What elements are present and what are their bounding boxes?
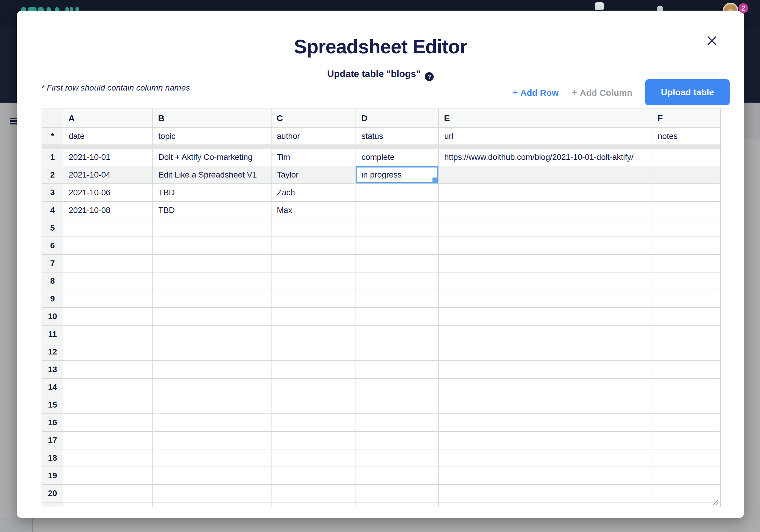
column-header-A[interactable]: A xyxy=(63,109,153,128)
row-header-5[interactable]: 5 xyxy=(42,219,63,237)
column-header-B[interactable]: B xyxy=(153,109,271,128)
cell-E15[interactable] xyxy=(439,396,652,414)
column-header-E[interactable]: E xyxy=(439,109,652,128)
cell-D8[interactable] xyxy=(356,272,439,290)
cell-B19[interactable] xyxy=(153,467,271,485)
row-header-16[interactable]: 16 xyxy=(42,414,63,432)
cell-A15[interactable] xyxy=(63,396,153,414)
row-header-19[interactable]: 19 xyxy=(42,467,63,485)
cell-C8[interactable] xyxy=(271,272,356,290)
cell-D12[interactable] xyxy=(356,343,439,361)
cell-C6[interactable] xyxy=(271,237,356,255)
cell-B7[interactable] xyxy=(153,255,271,272)
header-cell-notes[interactable]: notes xyxy=(652,128,720,145)
cell-E17[interactable] xyxy=(439,432,652,450)
cell-A5[interactable] xyxy=(63,219,153,237)
cell-E12[interactable] xyxy=(439,343,652,361)
header-cell-url[interactable]: url xyxy=(439,128,652,145)
cell-C11[interactable] xyxy=(271,325,356,343)
cell-C18[interactable] xyxy=(271,450,356,467)
cell-B20[interactable] xyxy=(153,485,271,503)
cell-B2[interactable]: Edit Like a Spreadsheet V1 xyxy=(153,166,271,184)
row-header-4[interactable]: 4 xyxy=(42,202,63,219)
cell-D4[interactable] xyxy=(356,202,439,219)
cell-B5[interactable] xyxy=(153,219,271,237)
cell-A18[interactable] xyxy=(63,450,153,467)
cell-C15[interactable] xyxy=(271,396,356,414)
cell-D19[interactable] xyxy=(356,467,439,485)
cell-D1[interactable]: complete xyxy=(356,149,439,166)
cell-B11[interactable] xyxy=(153,325,271,343)
cell-E13[interactable] xyxy=(439,361,652,379)
cell-A14[interactable] xyxy=(63,379,153,396)
cell-A12[interactable] xyxy=(63,343,153,361)
cell-D7[interactable] xyxy=(356,255,439,272)
cell-F19[interactable] xyxy=(652,467,720,485)
cell-F1[interactable] xyxy=(652,149,720,166)
cell-A6[interactable] xyxy=(63,237,153,255)
navbar-docs-icon[interactable] xyxy=(595,2,604,10)
cell-B10[interactable] xyxy=(153,308,271,325)
cell-F13[interactable] xyxy=(652,361,720,379)
add-column-button[interactable]: +Add Column xyxy=(572,87,632,98)
cell-Ex[interactable] xyxy=(439,503,652,507)
cell-F10[interactable] xyxy=(652,308,720,325)
cell-D14[interactable] xyxy=(356,379,439,396)
cell-A11[interactable] xyxy=(63,325,153,343)
cell-F2[interactable] xyxy=(652,166,720,184)
row-header-13[interactable]: 13 xyxy=(42,361,63,379)
cell-Dx[interactable] xyxy=(356,503,439,507)
cell-E14[interactable] xyxy=(439,379,652,396)
cell-F11[interactable] xyxy=(652,325,720,343)
cell-C12[interactable] xyxy=(271,343,356,361)
cell-E3[interactable] xyxy=(439,184,652,202)
cell-E9[interactable] xyxy=(439,290,652,308)
cell-B3[interactable]: TBD xyxy=(153,184,271,202)
fill-handle[interactable] xyxy=(433,177,437,182)
cell-A7[interactable] xyxy=(63,255,153,272)
cell-C17[interactable] xyxy=(271,432,356,450)
row-header-8[interactable]: 8 xyxy=(42,272,63,290)
cell-E11[interactable] xyxy=(439,325,652,343)
cell-B6[interactable] xyxy=(153,237,271,255)
cell-A1[interactable]: 2021-10-01 xyxy=(63,149,153,166)
row-header-2[interactable]: 2 xyxy=(42,166,63,184)
row-header-17[interactable]: 17 xyxy=(42,432,63,450)
header-cell-topic[interactable]: topic xyxy=(153,128,271,145)
cell-D2[interactable]: in progress xyxy=(356,166,439,184)
cell-A8[interactable] xyxy=(63,272,153,290)
cell-D15[interactable] xyxy=(356,396,439,414)
cell-D9[interactable] xyxy=(356,290,439,308)
cell-C7[interactable] xyxy=(271,255,356,272)
cell-E6[interactable] xyxy=(439,237,652,255)
cell-E16[interactable] xyxy=(439,414,652,432)
row-header-10[interactable]: 10 xyxy=(42,308,63,325)
cell-E18[interactable] xyxy=(439,450,652,467)
cell-Bx[interactable] xyxy=(153,503,271,507)
notification-badge[interactable]: 2 xyxy=(738,3,748,13)
cell-E2[interactable] xyxy=(439,166,652,184)
cell-C14[interactable] xyxy=(271,379,356,396)
cell-C9[interactable] xyxy=(271,290,356,308)
cell-E4[interactable] xyxy=(439,202,652,219)
cell-D10[interactable] xyxy=(356,308,439,325)
column-header-C[interactable]: C xyxy=(271,109,356,128)
row-header-14[interactable]: 14 xyxy=(42,379,63,396)
cell-B14[interactable] xyxy=(153,379,271,396)
row-header-11[interactable]: 11 xyxy=(42,325,63,343)
cell-D20[interactable] xyxy=(356,485,439,503)
cell-F12[interactable] xyxy=(652,343,720,361)
cell-F5[interactable] xyxy=(652,219,720,237)
cell-B18[interactable] xyxy=(153,450,271,467)
cell-D16[interactable] xyxy=(356,414,439,432)
row-header-20[interactable]: 20 xyxy=(42,485,63,503)
cell-D17[interactable] xyxy=(356,432,439,450)
cell-C4[interactable]: Max xyxy=(271,202,356,219)
help-icon[interactable]: ? xyxy=(425,72,434,81)
cell-F14[interactable] xyxy=(652,379,720,396)
cell-F17[interactable] xyxy=(652,432,720,450)
cell-C10[interactable] xyxy=(271,308,356,325)
cell-C3[interactable]: Zach xyxy=(271,184,356,202)
cell-F9[interactable] xyxy=(652,290,720,308)
cell-E1[interactable]: https://www.dolthub.com/blog/2021-10-01-… xyxy=(439,149,652,166)
